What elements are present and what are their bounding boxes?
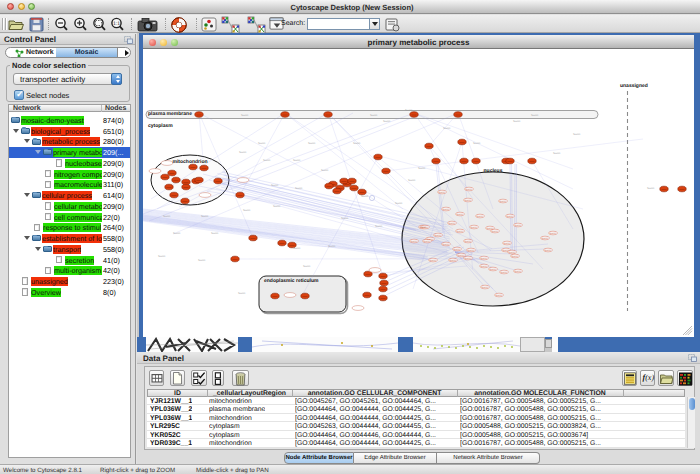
svg-text:Sxxnn: Sxxnn [341,217,349,220]
svg-text:Sxxnn: Sxxnn [481,257,488,260]
svg-text:Sxxnn: Sxxnn [443,127,451,130]
svg-text:Sxxnn: Sxxnn [293,247,301,250]
svg-text:Sxxnn: Sxxnn [490,268,497,271]
svg-text:Sxxnn: Sxxnn [450,259,457,262]
svg-text:Sxxnn: Sxxnn [241,114,249,117]
svg-text:Sxxnn: Sxxnn [482,286,489,289]
svg-text:Sxxnn: Sxxnn [449,222,456,225]
svg-text:Sxxnn: Sxxnn [239,151,247,154]
svg-text:Sxxnn: Sxxnn [553,152,561,155]
svg-text:Sxxnn: Sxxnn [496,294,503,297]
svg-text:Sxxnn: Sxxnn [504,242,511,245]
svg-text:Sxxnn: Sxxnn [303,265,311,268]
svg-text:Sxxnn: Sxxnn [473,142,481,145]
svg-text:Sxxnn: Sxxnn [443,208,450,211]
svg-text:Sxxnn: Sxxnn [435,234,442,237]
svg-text:Sxxnn: Sxxnn [468,249,475,252]
svg-text:Sxxnn: Sxxnn [211,232,219,235]
svg-text:Sxxnn: Sxxnn [501,271,508,274]
svg-text:Sxxnn: Sxxnn [375,225,383,228]
svg-text:Sxxnn: Sxxnn [477,215,484,218]
svg-text:Sxxnn: Sxxnn [293,159,301,162]
svg-text:Sxxnn: Sxxnn [411,240,418,243]
svg-text:Sxxnn: Sxxnn [408,179,416,182]
svg-text:Sxxnn: Sxxnn [458,254,465,257]
svg-text:Sxxnn: Sxxnn [361,195,369,198]
svg-text:Sxxnn: Sxxnn [395,202,403,205]
svg-text:Sxxnn: Sxxnn [647,187,655,190]
svg-text:Sxxnn: Sxxnn [383,120,391,123]
svg-text:Sxxnn: Sxxnn [439,191,446,194]
svg-text:Sxxnn: Sxxnn [198,259,206,262]
svg-text:Sxxnn: Sxxnn [243,209,251,212]
svg-text:Sxxnn: Sxxnn [238,292,246,295]
svg-text:Sxxnn: Sxxnn [487,227,494,230]
svg-text:Sxxnn: Sxxnn [573,133,581,136]
svg-text:Sxxnn: Sxxnn [328,245,336,248]
svg-text:Sxxnn: Sxxnn [512,255,519,258]
svg-text:Sxxnn: Sxxnn [515,270,522,273]
svg-text:Sxxnn: Sxxnn [542,237,549,240]
svg-text:Sxxnn: Sxxnn [295,187,303,190]
svg-text:Sxxnn: Sxxnn [308,142,316,145]
svg-text:Sxxnn: Sxxnn [500,200,507,203]
svg-text:Sxxnn: Sxxnn [457,213,464,216]
svg-text:Sxxnn: Sxxnn [465,257,472,260]
svg-text:Sxxnn: Sxxnn [405,109,413,112]
svg-text:Sxxnn: Sxxnn [424,240,431,243]
svg-text:Sxxnn: Sxxnn [370,114,378,117]
svg-text:Sxxnn: Sxxnn [430,259,437,262]
svg-text:Sxxnn: Sxxnn [466,188,473,191]
svg-text:Sxxnn: Sxxnn [509,251,516,254]
svg-text:1:1: 1:1 [113,21,120,27]
svg-text:Sxxnn: Sxxnn [481,265,488,268]
svg-text:Sxxnn: Sxxnn [173,232,181,235]
svg-text:Sxxnn: Sxxnn [273,205,281,208]
svg-text:Sxxnn: Sxxnn [515,224,522,227]
svg-text:Sxxnn: Sxxnn [471,226,478,229]
svg-text:Sxxnn: Sxxnn [321,169,329,172]
svg-text:Sxxnn: Sxxnn [454,248,461,251]
svg-text:Sxxnn: Sxxnn [353,142,361,145]
svg-text:Sxxnn: Sxxnn [258,142,266,145]
svg-text:Sxxnn: Sxxnn [550,232,557,235]
svg-text:Sxxnn: Sxxnn [271,184,279,187]
svg-text:Sxxnn: Sxxnn [418,167,426,170]
svg-text:Sxxnn: Sxxnn [263,159,271,162]
svg-text:Sxxnn: Sxxnn [158,255,166,258]
svg-text:Sxxnn: Sxxnn [531,114,539,117]
svg-text:Sxxnn: Sxxnn [163,215,171,218]
svg-text:Sxxnn: Sxxnn [201,215,209,218]
svg-text:Sxxnn: Sxxnn [513,120,521,123]
svg-text:Sxxnn: Sxxnn [443,243,450,246]
svg-text:Sxxnn: Sxxnn [457,230,464,233]
svg-text:Sxxnn: Sxxnn [545,249,552,252]
svg-text:Sxxnn: Sxxnn [465,240,472,243]
svg-text:Sxxnn: Sxxnn [422,226,429,229]
svg-text:Sxxnn: Sxxnn [507,215,514,218]
svg-text:Sxxnn: Sxxnn [465,199,472,202]
svg-text:Sxxnn: Sxxnn [492,230,499,233]
